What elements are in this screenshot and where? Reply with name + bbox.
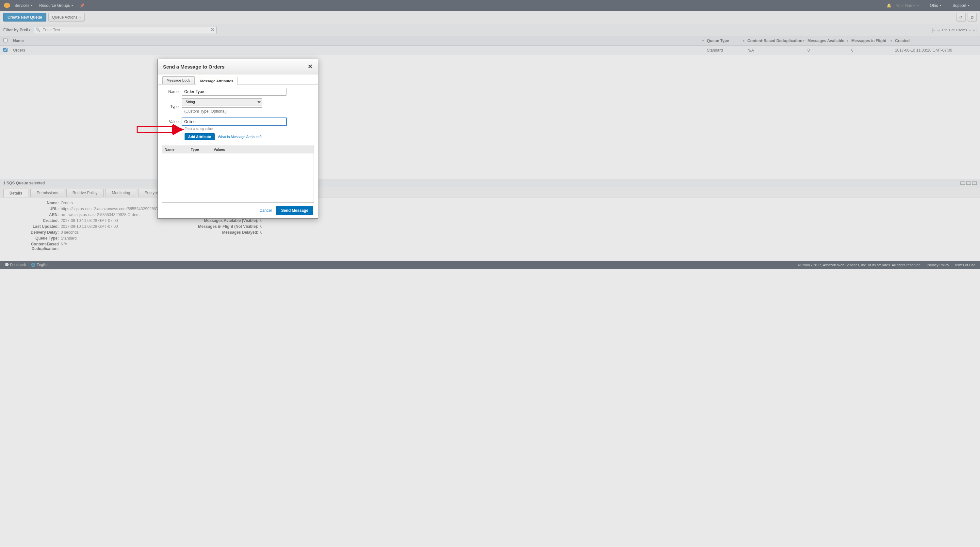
close-icon[interactable]: ✕ bbox=[308, 63, 313, 70]
attr-name-input[interactable] bbox=[182, 88, 286, 96]
modal-overlay: Send a Message to Orders ✕ Message Body … bbox=[0, 0, 980, 269]
attribute-table: Name Type Values bbox=[162, 146, 314, 203]
send-message-modal: Send a Message to Orders ✕ Message Body … bbox=[158, 59, 318, 219]
send-message-button[interactable]: Send Message bbox=[276, 206, 313, 215]
attr-custom-type-input[interactable] bbox=[182, 107, 262, 115]
attr-col-name: Name bbox=[165, 147, 191, 151]
tab-message-body[interactable]: Message Body bbox=[162, 76, 195, 84]
attr-value-label: Value bbox=[164, 119, 179, 124]
attr-value-input[interactable] bbox=[182, 118, 286, 126]
attr-type-select[interactable]: String bbox=[182, 98, 262, 105]
attr-name-label: Name bbox=[164, 89, 179, 94]
attr-col-values: Values bbox=[214, 147, 311, 151]
add-attribute-button[interactable]: Add Attribute bbox=[185, 133, 215, 140]
attribute-table-body bbox=[162, 154, 313, 202]
attr-type-label: Type bbox=[164, 105, 179, 109]
cancel-button[interactable]: Cancel bbox=[259, 208, 272, 213]
modal-title: Send a Message to Orders bbox=[163, 64, 224, 70]
what-is-attribute-link[interactable]: What is Message Attribute? bbox=[218, 135, 262, 139]
attr-col-type: Type bbox=[191, 147, 214, 151]
attr-value-hint: Enter a string value. bbox=[185, 127, 311, 130]
tab-message-attributes[interactable]: Message Attributes bbox=[196, 77, 237, 84]
